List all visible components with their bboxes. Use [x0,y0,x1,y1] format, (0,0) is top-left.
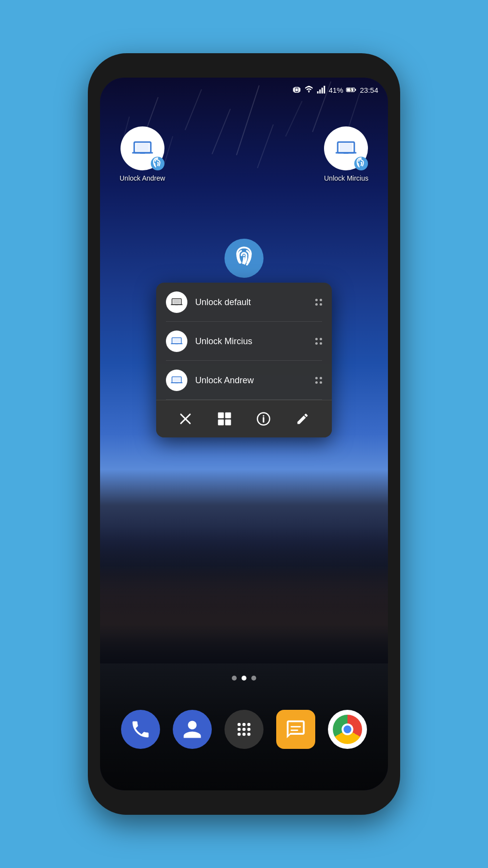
page-dot-3[interactable] [251,676,256,681]
fingerprint-icon-small-2 [354,151,368,176]
menu-item-unlock-mircius[interactable]: Unlock Mircius [156,322,332,361]
menu-label-unlock-mircius: Unlock Mircius [195,336,307,347]
svg-rect-34 [173,377,181,382]
page-dot-1[interactable] [232,676,237,681]
svg-rect-24 [344,153,348,154]
close-icon [179,412,192,426]
svg-rect-9 [322,88,323,94]
context-menu-actions [156,400,332,437]
close-menu-button[interactable] [175,408,196,430]
fingerprint-icon-small [151,151,164,176]
edit-icon [296,412,309,426]
svg-rect-42 [225,419,231,425]
svg-rect-40 [225,413,231,418]
svg-point-53 [243,733,246,736]
chrome-color-wheel [333,715,362,744]
center-fingerprint-icon[interactable] [224,239,264,278]
menu-label-unlock-andrew: Unlock Andrew [195,375,307,386]
svg-point-52 [238,733,241,736]
phone-device: 41% 23:54 [88,53,400,815]
svg-point-48 [247,723,251,726]
battery-percent: 41% [328,86,343,94]
desktop-icon-unlock-mircius[interactable]: Unlock Mircius [324,126,368,182]
svg-rect-8 [320,89,321,93]
menu-icon-mircius [166,331,187,352]
status-icons: 41% 23:54 [292,85,378,94]
svg-rect-12 [355,89,356,91]
svg-point-51 [247,728,251,731]
svg-point-54 [247,733,251,736]
signal-icon [317,85,325,94]
desktop-icon-unlock-andrew[interactable]: Unlock Andrew [120,126,165,182]
drag-handle-2 [315,338,322,345]
menu-item-unlock-andrew[interactable]: Unlock Andrew [156,361,332,400]
svg-rect-26 [173,299,181,304]
fingerprint-badge-andrew [151,157,164,170]
chrome-inner-circle [342,723,353,735]
dock-phone-icon[interactable] [121,710,160,749]
laptop-menu-icon-3 [170,373,183,387]
drag-handle-3 [315,377,322,384]
svg-rect-10 [324,86,325,94]
unlock-andrew-icon-circle [121,126,164,170]
widget-icon [217,411,232,427]
edit-button[interactable] [292,408,313,430]
svg-point-49 [238,728,241,731]
dock-chrome-icon[interactable] [328,710,367,749]
fingerprint-badge-mircius [354,157,368,170]
phone-screen: 41% 23:54 [100,78,388,790]
laptop-menu-icon-2 [170,334,183,348]
menu-icon-andrew [166,370,187,391]
menu-label-unlock-default: Unlock default [195,297,307,308]
laptop-menu-icon-1 [170,295,183,309]
svg-rect-22 [340,144,352,151]
svg-rect-28 [175,305,178,305]
svg-point-45 [263,415,264,416]
wifi-icon [304,85,314,94]
mountain-silhouette [100,527,388,663]
widget-button[interactable] [214,408,235,430]
svg-rect-20 [140,153,145,154]
svg-point-6 [308,91,309,92]
person-icon [182,719,203,740]
dock-contacts-icon[interactable] [173,710,212,749]
svg-rect-30 [173,338,181,343]
svg-point-50 [243,728,246,731]
svg-rect-41 [218,419,224,425]
svg-point-47 [243,723,246,726]
context-menu: Unlock default Unlock Mircius [156,283,332,437]
svg-rect-7 [317,91,319,94]
battery-icon [346,86,357,93]
svg-rect-32 [175,344,178,344]
svg-point-46 [238,723,241,726]
svg-rect-1 [296,88,298,91]
clock-time: 23:54 [360,86,378,94]
info-icon [256,412,271,426]
phone-call-icon [130,719,151,740]
dock-app-drawer-icon[interactable] [224,710,264,749]
vibrate-icon [292,85,301,94]
svg-rect-18 [136,144,149,151]
menu-item-unlock-default[interactable]: Unlock default [156,283,332,322]
unlock-mircius-icon-circle [324,126,368,170]
page-dot-2[interactable] [242,676,246,681]
svg-rect-39 [218,413,224,418]
svg-rect-36 [175,383,178,383]
info-button[interactable] [253,408,274,430]
app-dock [115,683,373,776]
menu-icon-default [166,291,187,313]
status-bar: 41% 23:54 [100,78,388,102]
dock-messages-icon[interactable] [276,710,315,749]
drag-handle-1 [315,299,322,306]
fingerprint-main-icon [232,247,256,270]
page-dots [232,676,256,681]
apps-grid-icon [234,720,254,739]
chat-icon [285,719,306,740]
